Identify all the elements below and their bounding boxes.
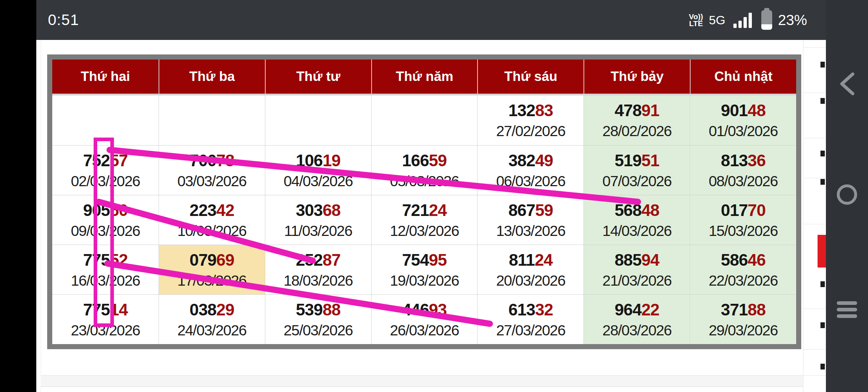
result-date: 13/03/2026: [496, 224, 565, 238]
side-row-divider: [803, 178, 826, 178]
recents-icon[interactable]: [837, 301, 857, 321]
result-cell: 0177015/03/2026: [690, 195, 796, 245]
result-cell: 8675913/03/2026: [477, 195, 584, 245]
left-letterbox: [0, 0, 36, 392]
result-number: 01770: [721, 202, 766, 219]
result-date: 02/03/2026: [71, 174, 140, 189]
signal-bar: [749, 13, 752, 28]
result-cell: 7549519/03/2026: [371, 245, 478, 294]
day-header: Thứ năm: [371, 60, 478, 94]
result-number: 25287: [296, 252, 340, 268]
result-number: 77514: [83, 301, 128, 318]
status-time: 0:51: [48, 11, 79, 29]
result-number: 56848: [615, 202, 659, 219]
result-number: 47891: [615, 102, 659, 119]
clipped-text-fragment: [820, 322, 825, 328]
side-row-divider: [803, 375, 826, 376]
network-type-label: 5G: [709, 13, 725, 27]
result-number: 72124: [402, 202, 447, 219]
result-cell: 6133227/03/2026: [477, 294, 584, 344]
side-red-marker: [818, 235, 826, 268]
result-cell: 5684814/03/2026: [584, 195, 690, 245]
result-date: 18/03/2026: [284, 273, 353, 288]
signal-bar: [744, 17, 747, 28]
result-cell: 5864622/03/2026: [690, 245, 796, 294]
result-cell: 3036811/03/2026: [265, 195, 371, 245]
result-date: 20/03/2026: [496, 273, 565, 288]
result-date: 08/03/2026: [709, 174, 778, 189]
result-date: 09/03/2026: [71, 224, 140, 238]
battery-level: [761, 24, 772, 30]
result-date: 11/03/2026: [284, 224, 352, 238]
result-cell: 7525702/03/2026: [52, 145, 159, 195]
phone-screen: 0:51 Vo)) LTE 5G 23% Thứ haiThứ baThứ tư…: [0, 0, 868, 392]
result-number: 13283: [508, 102, 553, 119]
result-number: 81124: [509, 252, 552, 268]
result-date: 21/03/2026: [602, 273, 671, 288]
clipped-text-fragment: [820, 151, 825, 156]
result-number: 38249: [508, 152, 553, 169]
result-date: 17/03/2026: [177, 273, 246, 288]
result-date: 05/03/2026: [390, 174, 459, 189]
result-date: 01/03/2026: [709, 124, 778, 139]
day-header: Chủ nhật: [690, 60, 796, 94]
result-date: 28/02/2026: [602, 124, 671, 139]
lottery-results-calendar: Thứ haiThứ baThứ tưThứ nămThứ sáuThứ bảy…: [47, 54, 801, 349]
result-cell: 1061904/03/2026: [265, 145, 371, 195]
result-number: 07969: [189, 252, 234, 268]
clipped-text-fragment: [820, 179, 825, 185]
side-row-divider: [803, 47, 826, 48]
result-date: 22/03/2026: [709, 273, 778, 288]
next-card-top-border: [41, 387, 803, 387]
result-date: 14/03/2026: [602, 224, 671, 238]
result-number: 77552: [83, 252, 128, 268]
clipped-text-fragment: [820, 364, 825, 369]
result-cell: 5195107/03/2026: [584, 145, 690, 195]
result-date: 04/03/2026: [284, 174, 353, 189]
result-number: 70078: [189, 152, 234, 169]
side-row-divider: [803, 224, 826, 224]
result-cell: 0796917/03/2026: [159, 245, 265, 294]
battery-percent-label: 23%: [778, 12, 807, 28]
signal-bar: [738, 21, 742, 28]
result-cell: 7751423/03/2026: [52, 294, 159, 344]
clipped-text-fragment: [820, 62, 825, 68]
result-cell: 8112420/03/2026: [477, 245, 584, 294]
result-cell: 3824906/03/2026: [477, 145, 584, 195]
recents-bar: [837, 308, 857, 311]
day-header: Thứ tư: [265, 60, 371, 94]
result-cell: 8133608/03/2026: [690, 145, 796, 195]
result-number: 44693: [402, 301, 447, 318]
result-cell: 7755216/03/2026: [52, 245, 159, 294]
result-number: 90148: [721, 102, 766, 119]
result-cell: 8859421/03/2026: [584, 245, 690, 294]
result-date: 29/03/2026: [709, 323, 778, 338]
result-date: 16/03/2026: [71, 273, 140, 288]
result-number: 75495: [402, 252, 447, 268]
result-cell: 7212412/03/2026: [371, 195, 478, 245]
result-number: 10619: [296, 152, 340, 169]
result-date: 27/02/2026: [496, 124, 565, 139]
result-cell: [265, 95, 371, 145]
result-number: 86759: [508, 202, 553, 219]
result-date: 23/03/2026: [71, 323, 140, 338]
result-number: 03829: [189, 301, 234, 318]
clipped-text-fragment: [820, 281, 825, 287]
result-number: 16659: [402, 152, 447, 169]
status-icons: Vo)) LTE 5G 23%: [689, 10, 807, 30]
result-date: 10/03/2026: [177, 224, 246, 238]
result-number: 88594: [615, 252, 659, 268]
side-row-divider: [803, 309, 826, 309]
result-cell: 1328327/02/2026: [477, 95, 584, 145]
result-date: 12/03/2026: [390, 224, 459, 238]
result-date: 27/03/2026: [496, 323, 565, 338]
result-cell: 9014801/03/2026: [690, 95, 796, 145]
calendar-body: 1328327/02/20264789128/02/20269014801/03…: [52, 95, 796, 344]
back-icon[interactable]: [838, 72, 856, 96]
home-icon[interactable]: [837, 184, 857, 205]
result-number: 61332: [508, 301, 553, 318]
result-cell: 9642228/03/2026: [584, 294, 690, 344]
result-date: 03/03/2026: [177, 174, 246, 189]
volte-bottom-label: LTE: [689, 20, 703, 27]
result-cell: 2528718/03/2026: [265, 245, 371, 294]
